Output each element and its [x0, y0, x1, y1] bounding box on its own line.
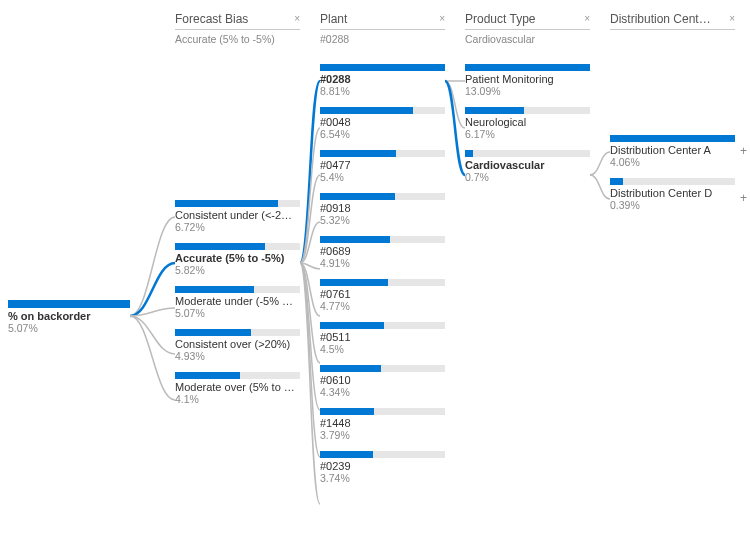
- close-icon[interactable]: ×: [294, 13, 300, 24]
- column-selected-plant: #0288: [320, 33, 445, 45]
- node-plant[interactable]: #00486.54%: [320, 107, 445, 140]
- close-icon[interactable]: ×: [584, 13, 590, 24]
- column-selected-product-type: Cardiovascular: [465, 33, 590, 45]
- column-title: Distribution Cent…: [610, 12, 711, 26]
- node-distribution-center[interactable]: Distribution Center A4.06%: [610, 135, 735, 168]
- node-plant[interactable]: #14483.79%: [320, 408, 445, 441]
- node-plant[interactable]: #02393.74%: [320, 451, 445, 484]
- column-header-product-type[interactable]: Product Type ×: [465, 10, 590, 30]
- node-forecast-bias[interactable]: Consistent under (<-2…6.72%: [175, 200, 300, 233]
- node-product-type[interactable]: Neurological6.17%: [465, 107, 590, 140]
- column-title: Plant: [320, 12, 347, 26]
- node-forecast-bias[interactable]: Moderate over (5% to …4.1%: [175, 372, 300, 405]
- root-value: 5.07%: [8, 322, 130, 334]
- node-plant[interactable]: #05114.5%: [320, 322, 445, 355]
- root-bar: [8, 300, 130, 308]
- column-title: Product Type: [465, 12, 536, 26]
- column-selected-distribution-center: [610, 33, 735, 45]
- column-selected-forecast-bias: Accurate (5% to -5%): [175, 33, 300, 45]
- node-plant[interactable]: #02888.81%: [320, 64, 445, 97]
- node-forecast-bias[interactable]: Moderate under (-5% …5.07%: [175, 286, 300, 319]
- expand-icon[interactable]: +: [740, 144, 747, 158]
- column-title: Forecast Bias: [175, 12, 248, 26]
- column-header-plant[interactable]: Plant ×: [320, 10, 445, 30]
- node-distribution-center[interactable]: Distribution Center D0.39%: [610, 178, 735, 211]
- close-icon[interactable]: ×: [729, 13, 735, 24]
- node-forecast-bias[interactable]: Consistent over (>20%)4.93%: [175, 329, 300, 362]
- node-plant[interactable]: #06894.91%: [320, 236, 445, 269]
- node-forecast-bias[interactable]: Accurate (5% to -5%)5.82%: [175, 243, 300, 276]
- node-product-type[interactable]: Patient Monitoring13.09%: [465, 64, 590, 97]
- column-header-forecast-bias[interactable]: Forecast Bias ×: [175, 10, 300, 30]
- close-icon[interactable]: ×: [439, 13, 445, 24]
- node-product-type[interactable]: Cardiovascular0.7%: [465, 150, 590, 183]
- node-plant[interactable]: #09185.32%: [320, 193, 445, 226]
- node-plant[interactable]: #07614.77%: [320, 279, 445, 312]
- column-header-distribution-center[interactable]: Distribution Cent… ×: [610, 10, 735, 30]
- node-plant[interactable]: #04775.4%: [320, 150, 445, 183]
- root-label: % on backorder: [8, 310, 130, 322]
- expand-icon[interactable]: +: [740, 191, 747, 205]
- root-node[interactable]: % on backorder 5.07%: [8, 300, 130, 334]
- node-plant[interactable]: #06104.34%: [320, 365, 445, 398]
